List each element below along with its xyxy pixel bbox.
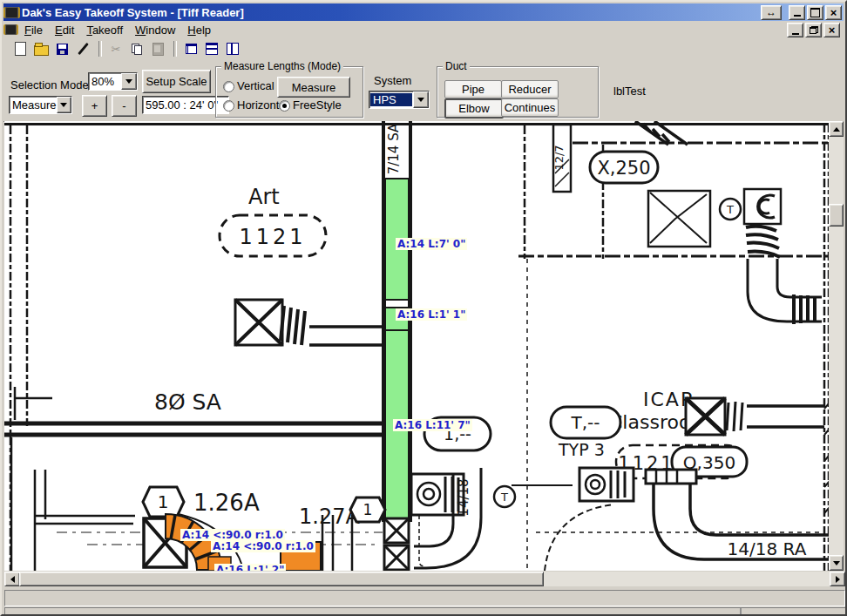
- measurement-label: A:16 L:1' 2": [214, 564, 286, 571]
- arrow-right-icon: [836, 576, 840, 583]
- branch-duct-left: [235, 300, 383, 345]
- scroll-left-button[interactable]: [4, 572, 20, 586]
- toolbar-separator: [98, 41, 102, 57]
- maximize-button[interactable]: [807, 5, 823, 20]
- new-button[interactable]: [10, 40, 30, 58]
- cascade-windows-button[interactable]: [181, 40, 200, 58]
- chevron-down-icon: [125, 79, 132, 84]
- title-bar[interactable]: Dak's Easy Takeoff System - [Tiff Reader…: [3, 3, 844, 21]
- resize-button[interactable]: ↔: [761, 5, 782, 20]
- arrow-up-icon: [833, 127, 840, 132]
- return-diffuser-right: [686, 398, 824, 435]
- paste-button[interactable]: [148, 40, 167, 58]
- continues-button[interactable]: Continues: [501, 98, 559, 117]
- scroll-down-button[interactable]: [829, 555, 844, 571]
- measure-button[interactable]: Measure: [277, 77, 350, 98]
- copy-icon: [132, 44, 142, 55]
- minimize-button[interactable]: [789, 5, 805, 20]
- arrow-left-icon: [10, 576, 15, 583]
- app-icon: [5, 7, 18, 18]
- system-select-arrow[interactable]: [413, 91, 429, 108]
- app-window: Dak's Easy Takeoff System - [Tiff Reader…: [0, 0, 847, 616]
- duct-joint: [385, 300, 409, 308]
- typ3-label: TYP 3: [558, 440, 605, 459]
- zoom-out-button[interactable]: -: [112, 95, 137, 117]
- thermostat-1: T: [726, 203, 734, 216]
- menu-takeoff[interactable]: Takeoff: [80, 22, 129, 38]
- tile-vertical-button[interactable]: [223, 40, 242, 58]
- close-button[interactable]: ×: [825, 5, 842, 20]
- open-folder-icon: [34, 45, 49, 56]
- annotation-tags: Art 1121 X,250 8Ø SA ICAR Classroom: [154, 152, 709, 433]
- save-button[interactable]: [52, 40, 71, 58]
- mdi-close-button[interactable]: ×: [823, 23, 840, 37]
- system-label: System: [374, 74, 411, 87]
- menu-window[interactable]: Window: [129, 22, 181, 38]
- angle-label: A:14 <:90.0 r:1.0: [211, 540, 315, 552]
- mdi-minimize-button[interactable]: [787, 23, 803, 37]
- system-select[interactable]: HPS: [369, 91, 430, 109]
- chevron-down-icon: [417, 98, 424, 102]
- cascade-icon: [186, 44, 197, 54]
- toolbar-separator: [173, 41, 177, 57]
- thermostat-2: T: [500, 491, 508, 504]
- menu-help[interactable]: Help: [181, 22, 217, 38]
- chevron-down-icon: [60, 103, 67, 107]
- open-button[interactable]: [31, 40, 51, 58]
- radio-freestyle[interactable]: [279, 100, 290, 112]
- mdi-minimize-icon: [792, 33, 799, 35]
- arrow-down-icon: [833, 561, 840, 565]
- pen-button[interactable]: [73, 40, 92, 58]
- zoom-select-arrow[interactable]: [121, 73, 137, 90]
- copy-button[interactable]: [127, 40, 146, 58]
- setup-scale-button[interactable]: Setup Scale: [142, 70, 211, 93]
- riser-714-label: 7/14 SA: [386, 123, 402, 174]
- menu-file[interactable]: File: [18, 22, 49, 38]
- radio-vertical[interactable]: [223, 81, 234, 92]
- sa-main-duct: [4, 423, 383, 435]
- save-floppy-icon: [57, 44, 68, 55]
- radio-freestyle-label[interactable]: FreeStyle: [293, 98, 342, 112]
- reducer-button[interactable]: Reducer: [501, 80, 559, 98]
- cut-button[interactable]: ✂: [106, 40, 125, 58]
- radio-horizontal[interactable]: [223, 100, 234, 112]
- system-selected-value: HPS: [370, 93, 412, 106]
- close-icon: ×: [830, 7, 837, 18]
- art-label: Art: [248, 185, 280, 209]
- menu-edit[interactable]: Edit: [49, 22, 80, 38]
- pipe-button[interactable]: Pipe: [444, 80, 502, 98]
- takeoff-control-panel: Selection Mode 80% Setup Scale Measure +…: [3, 59, 844, 122]
- toolbar: ✂: [3, 38, 844, 59]
- tile-horizontal-button[interactable]: [202, 40, 221, 58]
- zoom-select[interactable]: 80%: [88, 72, 138, 91]
- measurement-label: A:14 L:7' 0": [396, 238, 467, 250]
- paste-icon: [152, 43, 164, 56]
- tile-vertical-icon: [227, 43, 239, 55]
- mdi-close-icon: ×: [829, 24, 836, 36]
- tool-select[interactable]: Measure: [9, 96, 72, 114]
- duct-group: Duct Pipe Reducer Elbow Continues: [437, 66, 599, 118]
- tool-select-arrow[interactable]: [57, 97, 71, 113]
- test-label: lblTest: [613, 85, 646, 98]
- horizontal-scroll-thumb[interactable]: [19, 572, 544, 586]
- pen-icon: [78, 43, 89, 55]
- horizontal-scrollbar[interactable]: [4, 572, 845, 586]
- diffuser-126-label: 1.26A: [193, 490, 260, 516]
- ra-duct-assembly: 14/18 RA: [579, 468, 830, 559]
- scroll-up-button[interactable]: [829, 121, 844, 137]
- hex-tag-1: 1: [158, 491, 169, 512]
- duct-127: 12/7: [552, 125, 571, 192]
- status-divider: [740, 608, 742, 614]
- menu-bar: File Edit Takeoff Window Help ×: [3, 21, 844, 38]
- radio-vertical-label[interactable]: Vertical: [237, 79, 274, 92]
- elbow-button[interactable]: Elbow: [444, 98, 504, 118]
- drawing-canvas[interactable]: Art 1121 X,250 8Ø SA ICAR Classroom 7/14…: [4, 121, 830, 571]
- vertical-scroll-thumb[interactable]: [829, 204, 844, 227]
- status-bar: [4, 590, 845, 606]
- tile-horizontal-icon: [206, 43, 218, 55]
- mdi-restore-button[interactable]: [805, 23, 822, 37]
- zoom-in-button[interactable]: +: [82, 95, 107, 117]
- sa-duct-label: 8Ø SA: [154, 389, 221, 415]
- vertical-scrollbar[interactable]: [829, 121, 844, 571]
- scroll-right-button[interactable]: [830, 572, 845, 586]
